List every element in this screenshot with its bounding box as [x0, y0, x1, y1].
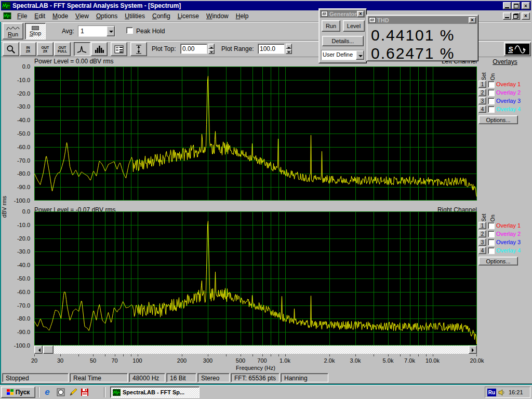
overlay-3-checkbox[interactable] — [488, 239, 495, 246]
overlay-4-set-button[interactable]: 4 — [478, 247, 486, 254]
menu-item-edit[interactable]: Edit — [31, 11, 49, 21]
peak-hold-checkbox[interactable] — [126, 27, 133, 34]
zoom-out-2x-button[interactable]: OUT2X — [37, 42, 54, 56]
bar-plot-mode-button[interactable] — [91, 42, 108, 56]
generator-level-button[interactable]: Level — [343, 20, 365, 32]
mdi-close-button[interactable]: × — [522, 12, 530, 20]
mdi-minimize-button[interactable] — [503, 12, 511, 20]
avg-label: Avg: — [62, 28, 74, 35]
close-button[interactable]: × — [522, 2, 530, 9]
run-button[interactable]: Run — [3, 23, 23, 39]
spin-down-icon[interactable] — [208, 49, 215, 54]
plot-range-spinner[interactable] — [286, 44, 292, 54]
overlay-2-set-button[interactable]: 2 — [478, 89, 486, 96]
overlay-3-set-button[interactable]: 3 — [478, 238, 486, 246]
x-tick-label: 70 — [103, 357, 126, 364]
menu-item-help[interactable]: Help — [232, 11, 252, 21]
overlays-options-button[interactable]: Options... — [478, 115, 518, 124]
thd-title-bar: THD × — [368, 16, 477, 24]
x-tick-label: 700 — [251, 357, 274, 364]
menu-item-mode[interactable]: Mode — [49, 11, 72, 21]
x-tick-label: 300 — [196, 357, 219, 364]
overlay-4-checkbox[interactable] — [488, 247, 495, 254]
frequency-scrollbar[interactable] — [34, 345, 477, 354]
maximize-button[interactable] — [512, 2, 520, 9]
stop-button[interactable]: Stop — [25, 23, 46, 39]
histogram-icon — [95, 45, 104, 54]
zoom-in-2x-button[interactable]: IN2X — [20, 42, 36, 56]
x-tick-label: 100 — [126, 357, 149, 364]
left-channel-spectrum-canvas[interactable] — [34, 66, 477, 201]
overlay-4-set-button[interactable]: 4 — [478, 105, 486, 113]
minimize-button[interactable] — [503, 2, 511, 9]
x-tick-label: 1.0k — [274, 357, 297, 364]
peak-hold-label: Peak Hold — [136, 28, 165, 35]
svg-text:S: S — [509, 45, 513, 53]
avg-combo-arrow-icon[interactable] — [107, 26, 115, 36]
thd-window: THD × 0.44101 % 0.62471 % — [366, 15, 478, 61]
generator-details-button[interactable]: Details... — [322, 36, 364, 46]
overlay-3-checkbox[interactable] — [488, 98, 495, 104]
menu-item-file[interactable]: File — [14, 11, 31, 21]
zoom-out-full-button[interactable]: OUTFULL — [54, 42, 71, 56]
spectralab-task-button[interactable]: SpectraLAB - FFT Sp... — [110, 387, 200, 398]
pencil-tool-icon[interactable] — [68, 387, 79, 397]
volume-icon[interactable] — [498, 389, 506, 396]
spin-up-icon[interactable] — [208, 44, 215, 49]
save-disk-icon[interactable] — [79, 387, 90, 397]
overlay-2-checkbox[interactable] — [488, 231, 495, 237]
overlay-1-checkbox[interactable] — [488, 222, 495, 229]
internet-explorer-icon[interactable]: e — [42, 387, 53, 397]
overlay-1-set-button[interactable]: 1 — [478, 222, 486, 229]
menu-item-view[interactable]: View — [72, 11, 92, 21]
generator-waveform-select[interactable]: User Define — [321, 50, 365, 60]
overlay-2-set-button[interactable]: 2 — [478, 230, 486, 237]
on-column-label: On — [490, 67, 496, 81]
generator-close-button[interactable]: × — [357, 11, 364, 17]
generator-window: Generator × Run Level Details... User De… — [318, 8, 367, 63]
overlay-2-checkbox[interactable] — [488, 89, 495, 96]
status-channels: Stereo — [197, 373, 230, 382]
zoom-button[interactable] — [3, 42, 19, 56]
generator-run-button[interactable]: Run — [322, 20, 340, 32]
amplitude-scale-button[interactable] — [130, 42, 147, 56]
taskbar-divider — [38, 387, 39, 397]
menu-item-utilities[interactable]: Utilities — [121, 11, 149, 21]
overlay-4-checkbox[interactable] — [488, 106, 495, 113]
generator-combo-arrow-icon[interactable] — [356, 50, 364, 60]
scroll-right-icon[interactable] — [469, 345, 477, 354]
menu-item-window[interactable]: Window — [203, 11, 232, 21]
mdi-restore-button[interactable] — [512, 12, 520, 20]
scrollbar-thumb[interactable] — [43, 345, 54, 354]
overlay-3-set-button[interactable]: 3 — [478, 97, 486, 104]
language-indicator[interactable]: Ru — [487, 389, 496, 396]
scroll-left-icon[interactable] — [34, 345, 43, 354]
plot-top-input[interactable] — [180, 44, 207, 54]
x-axis-ticks — [34, 354, 477, 357]
menu-item-config[interactable]: Config — [149, 11, 174, 21]
plot-top-spinner[interactable] — [208, 44, 215, 54]
y-tick-label: -30.0 — [0, 248, 30, 255]
spin-down-icon[interactable] — [286, 49, 292, 54]
avg-value: 1 — [78, 26, 107, 36]
menu-item-options[interactable]: Options — [92, 11, 121, 21]
left-y-axis-labels: 0.0-10.0-20.0-30.0-40.0-50.0-60.0-70.0-8… — [0, 66, 32, 201]
x-tick-label: 30 — [49, 357, 72, 364]
right-channel-spectrum-canvas[interactable] — [34, 211, 477, 345]
start-button[interactable]: Пуск — [1, 387, 35, 398]
taskbar-clock[interactable]: 16:21 — [509, 389, 523, 395]
thd-close-button[interactable]: × — [469, 17, 476, 23]
viewer-icon[interactable] — [55, 387, 66, 397]
plot-top-label: Plot Top: — [152, 45, 176, 52]
display-options-button[interactable] — [111, 42, 127, 56]
avg-combo[interactable]: 1 — [78, 25, 115, 37]
start-button-label: Пуск — [16, 389, 30, 396]
spin-up-icon[interactable] — [286, 44, 292, 49]
overlay-1-set-button[interactable]: 1 — [478, 81, 486, 88]
overlay-1-checkbox[interactable] — [488, 81, 495, 88]
overlays-options-button[interactable]: Options... — [478, 257, 518, 265]
line-plot-mode-button[interactable] — [74, 42, 90, 56]
menu-item-license[interactable]: License — [174, 11, 203, 21]
plot-range-input[interactable] — [258, 44, 285, 54]
generator-sawtooth-icon — [321, 11, 328, 17]
